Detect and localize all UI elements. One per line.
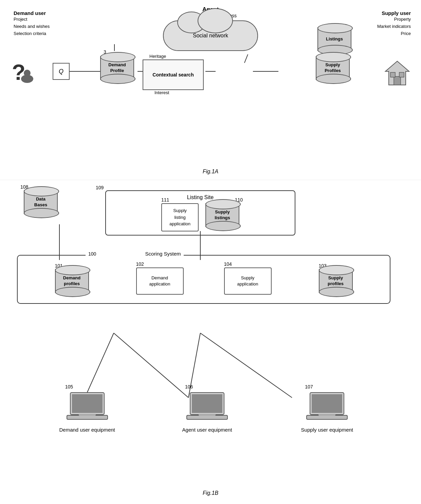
svg-rect-11 — [394, 76, 401, 85]
svg-line-19 — [200, 333, 292, 398]
demand-profiles-item: 101 Demandprofiles — [45, 269, 99, 293]
laptop-demand: 105 Demand user equipment — [50, 391, 125, 433]
svg-rect-25 — [192, 394, 222, 413]
q-box: Q — [53, 63, 70, 80]
svg-rect-13 — [399, 72, 404, 77]
supply-profiles-cylinder-1b: Supplyprofiles — [319, 269, 353, 293]
demand-user-lines: Project Needs and wishes Selection crite… — [14, 16, 75, 37]
supply-user-lines: Property Market indicators Price — [350, 16, 411, 37]
svg-line-5 — [244, 54, 248, 63]
svg-line-17 — [114, 333, 188, 398]
laptop-supply: 107 Supply user equipment — [290, 391, 364, 433]
page: Demand user Project Needs and wishes Sel… — [0, 0, 421, 504]
num-111: 111 — [161, 197, 169, 203]
demand-user-section: Demand user Project Needs and wishes Sel… — [14, 10, 75, 37]
figure-1b: 108 DataBases 109 Listing Site 111 Supp — [0, 180, 421, 503]
supply-profiles-cylinder: SupplyProfiles — [312, 56, 353, 80]
supply-app-box: Supplyapplication — [224, 267, 272, 295]
svg-rect-27 — [199, 414, 216, 416]
supply-listings-cylinder: Supplylistings — [205, 203, 239, 227]
svg-rect-23 — [79, 414, 96, 416]
demand-profiles-cylinder: Demandprofiles — [55, 269, 89, 293]
demand-profile-label: DemandProfile — [108, 62, 126, 74]
num-104: 104 — [224, 261, 232, 267]
scoring-system-box: 100 Scoring System 101 Demandprofiles — [17, 255, 390, 304]
scoring-system-title: 100 Scoring System — [86, 251, 184, 257]
listings-cyl-shape: Listings — [317, 27, 351, 51]
supply-profiles-label: SupplyProfiles — [325, 62, 341, 74]
question-mark-figure: ? — [10, 54, 37, 85]
supply-user-section: Supply user Property Market indicators P… — [350, 10, 411, 37]
scoring-inner: 101 Demandprofiles 102 Demanda — [28, 261, 380, 295]
supply-profiles-label-1b: Supplyprofiles — [328, 275, 344, 287]
num-100: 100 — [88, 251, 96, 257]
listings-cylinder: Listings — [316, 27, 353, 51]
contextual-search-label: Contextual search — [152, 72, 194, 77]
agent-area: Agent Control of private access Social n… — [153, 6, 268, 51]
demand-app-box: Demandapplication — [136, 267, 184, 295]
svg-rect-22 — [67, 415, 108, 419]
databases-cylinder: DataBases — [24, 190, 58, 214]
supply-listing-app-label: Supplylistingapplication — [169, 208, 190, 226]
num-107: 107 — [305, 384, 313, 389]
demand-app-item: 102 Demandapplication — [133, 267, 187, 295]
svg-line-16 — [85, 333, 114, 398]
listings-label: Listings — [326, 36, 343, 42]
interest-label: Interest — [154, 90, 169, 95]
num-105: 105 — [65, 384, 73, 389]
svg-rect-30 — [307, 415, 347, 419]
house-icon — [384, 59, 411, 87]
demand-profile-cyl-shape: DemandProfile — [100, 56, 134, 80]
agent-laptop-label: Agent user equipment — [182, 426, 232, 433]
demand-user-label: Demand user — [14, 10, 75, 16]
supply-app-label: Supplyapplication — [237, 275, 258, 287]
laptop-agent: 106 Agent user equipment — [170, 391, 244, 433]
supply-app-item: 104 Supplyapplication — [221, 267, 275, 295]
contextual-search-box: Contextual search — [143, 59, 204, 90]
demand-profile-cylinder: DemandProfile — [98, 56, 136, 80]
demand-laptop-label: Demand user equipment — [59, 426, 115, 433]
supply-laptop-label: Supply user equipment — [301, 426, 353, 433]
laptops-row: 105 Demand user equipment — [27, 391, 387, 433]
svg-rect-31 — [318, 414, 335, 416]
heritage-label: Heritage — [149, 54, 166, 59]
cloud-text: Social network — [193, 33, 228, 39]
svg-rect-26 — [187, 415, 227, 419]
cloud-shape: Social network — [163, 20, 258, 51]
listing-site-box: 109 Listing Site 111 Supplylistingapplic… — [105, 190, 295, 236]
svg-rect-12 — [390, 72, 395, 77]
fig1b-caption: Fig.1B — [203, 490, 218, 496]
listing-site-title: Listing Site — [109, 194, 291, 201]
num-102: 102 — [136, 261, 144, 267]
listing-site-inner: 111 Supplylistingapplication 110 Supplyl… — [109, 203, 291, 231]
num-106: 106 — [185, 384, 193, 389]
demand-app-label: Demandapplication — [149, 275, 170, 287]
num-109: 109 — [96, 185, 104, 190]
demand-profiles-label: Demandprofiles — [63, 275, 80, 287]
svg-rect-21 — [72, 394, 103, 413]
supply-listings-label: Supplylistings — [215, 209, 230, 221]
svg-rect-29 — [312, 394, 342, 413]
supply-user-label: Supply user — [350, 10, 411, 16]
databases-label: DataBases — [34, 196, 47, 208]
supply-profiles-item: 103 Supplyprofiles — [309, 269, 363, 293]
svg-text:?: ? — [12, 60, 25, 85]
scoring-title-text: Scoring System — [145, 251, 181, 257]
figure-1a: Demand user Project Needs and wishes Sel… — [0, 0, 421, 180]
fig1a-caption: Fig.1A — [203, 169, 218, 175]
supply-profiles-cyl-shape: SupplyProfiles — [316, 56, 350, 80]
databases-section: 108 DataBases — [20, 190, 61, 214]
supply-listing-app-box: Supplylistingapplication — [161, 203, 199, 231]
